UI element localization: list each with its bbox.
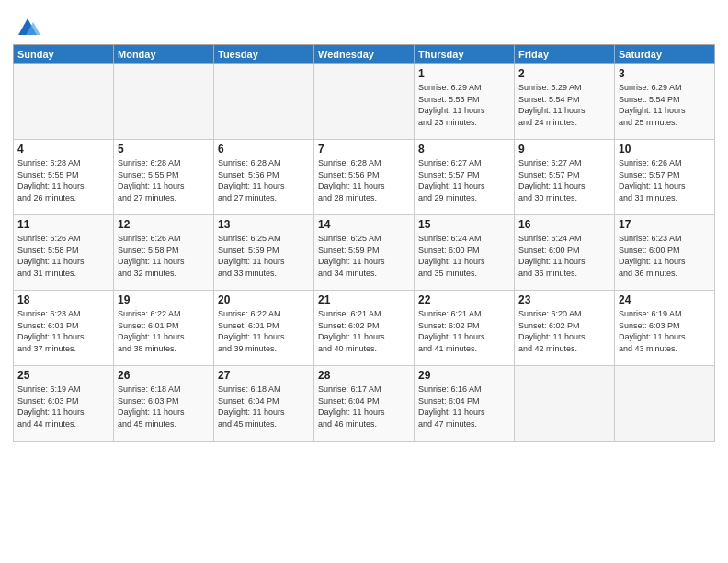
calendar-cell: 19Sunrise: 6:22 AM Sunset: 6:01 PM Dayli… <box>114 291 214 366</box>
calendar-cell: 2Sunrise: 6:29 AM Sunset: 5:54 PM Daylig… <box>515 64 615 140</box>
calendar-cell: 15Sunrise: 6:24 AM Sunset: 6:00 PM Dayli… <box>415 215 515 291</box>
calendar-cell: 24Sunrise: 6:19 AM Sunset: 6:03 PM Dayli… <box>615 291 715 366</box>
day-number: 22 <box>418 293 510 306</box>
day-number: 13 <box>218 218 310 231</box>
calendar-cell: 26Sunrise: 6:18 AM Sunset: 6:03 PM Dayli… <box>114 366 214 442</box>
calendar-cell: 4Sunrise: 6:28 AM Sunset: 5:55 PM Daylig… <box>14 140 114 215</box>
day-number: 8 <box>418 143 510 155</box>
day-of-week-header: Tuesday <box>214 45 314 64</box>
calendar-cell: 27Sunrise: 6:18 AM Sunset: 6:04 PM Dayli… <box>214 366 314 442</box>
cell-info: Sunrise: 6:18 AM Sunset: 6:03 PM Dayligh… <box>118 384 210 430</box>
calendar-week-row: 18Sunrise: 6:23 AM Sunset: 6:01 PM Dayli… <box>14 291 715 366</box>
cell-info: Sunrise: 6:21 AM Sunset: 6:02 PM Dayligh… <box>318 308 410 354</box>
cell-info: Sunrise: 6:29 AM Sunset: 5:54 PM Dayligh… <box>619 82 711 128</box>
calendar-cell: 5Sunrise: 6:28 AM Sunset: 5:55 PM Daylig… <box>114 140 214 215</box>
calendar-cell <box>114 64 214 140</box>
day-number: 27 <box>218 369 310 382</box>
header-row: SundayMondayTuesdayWednesdayThursdayFrid… <box>14 45 715 64</box>
calendar-cell: 7Sunrise: 6:28 AM Sunset: 5:56 PM Daylig… <box>314 140 415 215</box>
calendar-table: SundayMondayTuesdayWednesdayThursdayFrid… <box>13 44 715 442</box>
day-number: 5 <box>118 143 210 155</box>
cell-info: Sunrise: 6:25 AM Sunset: 5:59 PM Dayligh… <box>318 233 410 279</box>
calendar-cell: 23Sunrise: 6:20 AM Sunset: 6:02 PM Dayli… <box>515 291 615 366</box>
day-number: 3 <box>619 67 711 80</box>
day-of-week-header: Friday <box>515 45 615 64</box>
calendar-cell: 3Sunrise: 6:29 AM Sunset: 5:54 PM Daylig… <box>615 64 715 140</box>
cell-info: Sunrise: 6:23 AM Sunset: 6:01 PM Dayligh… <box>17 308 109 354</box>
day-number: 1 <box>418 67 510 80</box>
logo <box>13 13 40 39</box>
day-of-week-header: Monday <box>114 45 214 64</box>
calendar-cell: 20Sunrise: 6:22 AM Sunset: 6:01 PM Dayli… <box>214 291 314 366</box>
cell-info: Sunrise: 6:29 AM Sunset: 5:53 PM Dayligh… <box>418 82 510 128</box>
day-number: 7 <box>318 143 410 155</box>
cell-info: Sunrise: 6:26 AM Sunset: 5:58 PM Dayligh… <box>17 233 109 279</box>
cell-info: Sunrise: 6:22 AM Sunset: 6:01 PM Dayligh… <box>218 308 310 354</box>
cell-info: Sunrise: 6:27 AM Sunset: 5:57 PM Dayligh… <box>418 157 510 203</box>
calendar-cell: 12Sunrise: 6:26 AM Sunset: 5:58 PM Dayli… <box>114 215 214 291</box>
day-number: 23 <box>518 293 610 306</box>
header <box>13 9 715 39</box>
cell-info: Sunrise: 6:25 AM Sunset: 5:59 PM Dayligh… <box>218 233 310 279</box>
calendar-cell: 6Sunrise: 6:28 AM Sunset: 5:56 PM Daylig… <box>214 140 314 215</box>
cell-info: Sunrise: 6:28 AM Sunset: 5:56 PM Dayligh… <box>318 157 410 203</box>
calendar-cell: 18Sunrise: 6:23 AM Sunset: 6:01 PM Dayli… <box>14 291 114 366</box>
cell-info: Sunrise: 6:19 AM Sunset: 6:03 PM Dayligh… <box>619 308 711 354</box>
cell-info: Sunrise: 6:28 AM Sunset: 5:55 PM Dayligh… <box>118 157 210 203</box>
logo-icon <box>15 13 40 39</box>
calendar-cell: 8Sunrise: 6:27 AM Sunset: 5:57 PM Daylig… <box>415 140 515 215</box>
day-number: 25 <box>17 369 109 382</box>
cell-info: Sunrise: 6:17 AM Sunset: 6:04 PM Dayligh… <box>318 384 410 430</box>
day-number: 20 <box>218 293 310 306</box>
cell-info: Sunrise: 6:26 AM Sunset: 5:57 PM Dayligh… <box>619 157 711 203</box>
cell-info: Sunrise: 6:19 AM Sunset: 6:03 PM Dayligh… <box>17 384 109 430</box>
day-number: 26 <box>118 369 210 382</box>
day-number: 10 <box>619 143 711 155</box>
day-of-week-header: Sunday <box>14 45 114 64</box>
calendar-cell: 25Sunrise: 6:19 AM Sunset: 6:03 PM Dayli… <box>14 366 114 442</box>
calendar-cell: 17Sunrise: 6:23 AM Sunset: 6:00 PM Dayli… <box>615 215 715 291</box>
cell-info: Sunrise: 6:29 AM Sunset: 5:54 PM Dayligh… <box>518 82 610 128</box>
cell-info: Sunrise: 6:27 AM Sunset: 5:57 PM Dayligh… <box>518 157 610 203</box>
calendar-cell: 11Sunrise: 6:26 AM Sunset: 5:58 PM Dayli… <box>14 215 114 291</box>
day-number: 6 <box>218 143 310 155</box>
cell-info: Sunrise: 6:21 AM Sunset: 6:02 PM Dayligh… <box>418 308 510 354</box>
cell-info: Sunrise: 6:16 AM Sunset: 6:04 PM Dayligh… <box>418 384 510 430</box>
cell-info: Sunrise: 6:24 AM Sunset: 6:00 PM Dayligh… <box>418 233 510 279</box>
day-of-week-header: Thursday <box>415 45 515 64</box>
calendar-cell: 9Sunrise: 6:27 AM Sunset: 5:57 PM Daylig… <box>515 140 615 215</box>
calendar-cell: 1Sunrise: 6:29 AM Sunset: 5:53 PM Daylig… <box>415 64 515 140</box>
calendar-cell <box>615 366 715 442</box>
day-number: 19 <box>118 293 210 306</box>
cell-info: Sunrise: 6:26 AM Sunset: 5:58 PM Dayligh… <box>118 233 210 279</box>
day-number: 4 <box>17 143 109 155</box>
day-number: 11 <box>17 218 109 231</box>
calendar-cell <box>515 366 615 442</box>
calendar-week-row: 4Sunrise: 6:28 AM Sunset: 5:55 PM Daylig… <box>14 140 715 215</box>
day-number: 2 <box>518 67 610 80</box>
day-number: 28 <box>318 369 410 382</box>
calendar-cell: 14Sunrise: 6:25 AM Sunset: 5:59 PM Dayli… <box>314 215 415 291</box>
calendar-cell <box>14 64 114 140</box>
day-number: 15 <box>418 218 510 231</box>
calendar-cell: 21Sunrise: 6:21 AM Sunset: 6:02 PM Dayli… <box>314 291 415 366</box>
calendar-cell: 13Sunrise: 6:25 AM Sunset: 5:59 PM Dayli… <box>214 215 314 291</box>
cell-info: Sunrise: 6:22 AM Sunset: 6:01 PM Dayligh… <box>118 308 210 354</box>
cell-info: Sunrise: 6:28 AM Sunset: 5:56 PM Dayligh… <box>218 157 310 203</box>
page: SundayMondayTuesdayWednesdayThursdayFrid… <box>0 0 728 563</box>
day-of-week-header: Saturday <box>615 45 715 64</box>
calendar-cell: 10Sunrise: 6:26 AM Sunset: 5:57 PM Dayli… <box>615 140 715 215</box>
cell-info: Sunrise: 6:18 AM Sunset: 6:04 PM Dayligh… <box>218 384 310 430</box>
calendar-week-row: 1Sunrise: 6:29 AM Sunset: 5:53 PM Daylig… <box>14 64 715 140</box>
cell-info: Sunrise: 6:24 AM Sunset: 6:00 PM Dayligh… <box>518 233 610 279</box>
day-number: 21 <box>318 293 410 306</box>
calendar-week-row: 25Sunrise: 6:19 AM Sunset: 6:03 PM Dayli… <box>14 366 715 442</box>
calendar-cell: 29Sunrise: 6:16 AM Sunset: 6:04 PM Dayli… <box>415 366 515 442</box>
day-number: 12 <box>118 218 210 231</box>
day-number: 24 <box>619 293 711 306</box>
day-number: 29 <box>418 369 510 382</box>
day-number: 9 <box>518 143 610 155</box>
day-of-week-header: Wednesday <box>314 45 415 64</box>
cell-info: Sunrise: 6:28 AM Sunset: 5:55 PM Dayligh… <box>17 157 109 203</box>
calendar-cell <box>314 64 415 140</box>
